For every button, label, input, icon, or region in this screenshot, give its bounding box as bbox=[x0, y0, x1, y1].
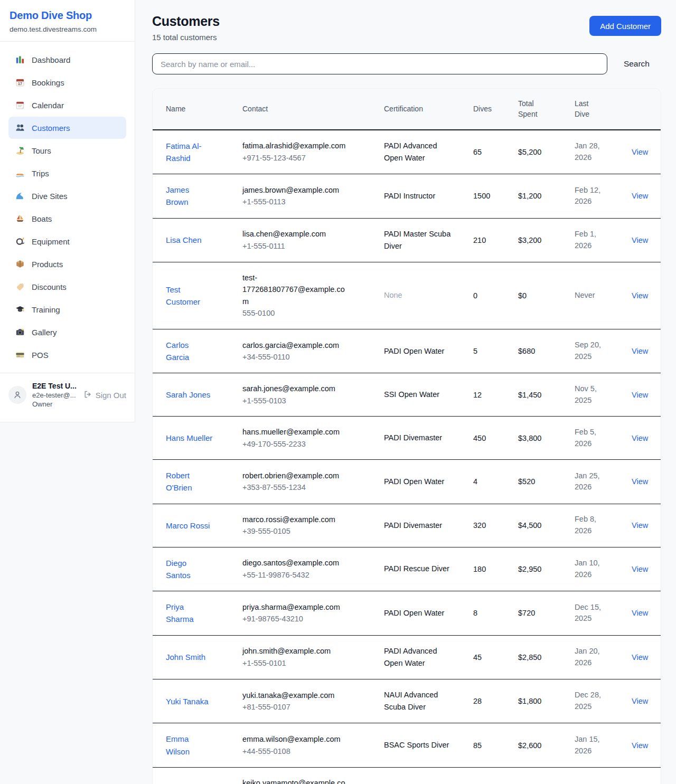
cell-name: Robert O'Brien bbox=[153, 460, 242, 504]
user-role: Owner bbox=[32, 400, 78, 408]
sidebar-item-trips[interactable]: Trips bbox=[8, 162, 126, 184]
add-customer-button[interactable]: Add Customer bbox=[589, 16, 661, 36]
sidebar-item-discounts[interactable]: Discounts bbox=[8, 276, 126, 298]
table-row: Yuki Tanakayuki.tanaka@example.com+81-55… bbox=[153, 679, 661, 723]
customer-name-link[interactable]: Marco Rossi bbox=[166, 521, 210, 530]
customer-email: john.smith@example.com bbox=[242, 645, 349, 657]
customer-name-link[interactable]: Lisa Chen bbox=[166, 235, 202, 244]
customers-table-card: Name Contact Certification Dives Total S… bbox=[152, 88, 661, 784]
view-customer-link[interactable]: View bbox=[632, 609, 648, 617]
table-row: Lisa Chenlisa.chen@example.com+1-555-011… bbox=[153, 218, 661, 262]
sign-out-icon bbox=[83, 390, 92, 400]
view-customer-link[interactable]: View bbox=[632, 391, 648, 399]
sidebar-item-pos[interactable]: POS bbox=[8, 344, 126, 366]
customer-name-link[interactable]: James Brown bbox=[166, 185, 189, 206]
cell-contact: james.brown@example.com+1-555-0113 bbox=[242, 174, 384, 219]
customer-certification: PADI Instructor bbox=[384, 192, 435, 200]
cell-dives: 450 bbox=[473, 417, 518, 460]
customer-name-link[interactable]: Robert O'Brien bbox=[166, 471, 192, 492]
view-customer-link[interactable]: View bbox=[632, 477, 648, 486]
table-row: Fatima Al-Rashidfatima.alrashid@example.… bbox=[153, 130, 661, 174]
customer-name-link[interactable]: Diego Santos bbox=[166, 559, 191, 580]
customer-name-link[interactable]: Test Customer bbox=[166, 285, 200, 306]
customer-email: test-1772681807767@example.com bbox=[242, 272, 349, 307]
view-customer-link[interactable]: View bbox=[632, 521, 648, 530]
customers-table-body: Fatima Al-Rashidfatima.alrashid@example.… bbox=[153, 130, 661, 784]
camera-icon bbox=[15, 327, 25, 337]
customer-email: emma.wilson@example.com bbox=[242, 733, 349, 745]
customer-name-link[interactable]: Emma Wilson bbox=[166, 734, 190, 755]
search-input[interactable] bbox=[152, 53, 607, 74]
view-customer-link[interactable]: View bbox=[632, 565, 648, 573]
cell-contact: yuki.tanaka@example.com+81-555-0107 bbox=[242, 679, 384, 723]
sidebar-item-dive-sites[interactable]: Dive Sites bbox=[8, 185, 126, 207]
cell-name: Hans Mueller bbox=[153, 417, 242, 460]
view-customer-link[interactable]: View bbox=[632, 434, 648, 442]
sidebar-item-calendar[interactable]: Calendar bbox=[8, 94, 126, 116]
customer-phone: +81-555-0107 bbox=[242, 701, 349, 713]
cell-contact: lisa.chen@example.com+1-555-0111 bbox=[242, 218, 384, 262]
sidebar-item-customers[interactable]: Customers bbox=[8, 117, 126, 139]
user-name: E2E Test U... bbox=[32, 382, 78, 390]
view-customer-link[interactable]: View bbox=[632, 291, 648, 300]
sidebar-item-tours[interactable]: Tours bbox=[8, 139, 126, 162]
table-row: Sarah Jonessarah.jones@example.com+1-555… bbox=[153, 373, 661, 417]
customer-email: marco.rossi@example.com bbox=[242, 514, 349, 525]
cell-name: James Brown bbox=[153, 174, 242, 219]
view-customer-link[interactable]: View bbox=[632, 347, 648, 355]
sidebar-item-gallery[interactable]: Gallery bbox=[8, 321, 126, 343]
cell-actions: View bbox=[632, 218, 661, 262]
view-customer-link[interactable]: View bbox=[632, 192, 648, 200]
search-button[interactable]: Search bbox=[624, 59, 650, 69]
customer-name-link[interactable]: Priya Sharma bbox=[166, 602, 194, 624]
view-customer-link[interactable]: View bbox=[632, 741, 648, 750]
sidebar-item-equipment[interactable]: Equipment bbox=[8, 230, 126, 252]
sidebar-item-label: Customers bbox=[32, 124, 70, 133]
cell-name: Sarah Jones bbox=[153, 373, 242, 417]
customer-name-link[interactable]: Sarah Jones bbox=[166, 390, 210, 399]
sidebar-item-training[interactable]: Training bbox=[8, 298, 126, 320]
customer-name-link[interactable]: Hans Mueller bbox=[166, 433, 212, 442]
cell-certification: PADI Advanced Open Water bbox=[384, 635, 473, 679]
cell-total-spent: $1,200 bbox=[518, 174, 575, 219]
cell-actions: View bbox=[632, 591, 661, 636]
sidebar-item-products[interactable]: Products bbox=[8, 253, 126, 275]
cell-total-spent: $2,100 bbox=[518, 767, 575, 784]
tag-icon bbox=[15, 282, 25, 291]
view-customer-link[interactable]: View bbox=[632, 697, 648, 705]
view-customer-link[interactable]: View bbox=[632, 148, 648, 156]
column-header-total-spent: Total Spent bbox=[518, 89, 575, 130]
sidebar-item-bookings[interactable]: 17Bookings bbox=[8, 71, 126, 93]
customer-email: james.brown@example.com bbox=[242, 184, 349, 196]
customer-phone: +971-55-123-4567 bbox=[242, 152, 349, 164]
sign-out-button[interactable]: Sign Out bbox=[83, 390, 126, 400]
sidebar-item-label: Boats bbox=[32, 214, 52, 223]
table-row: Test Customertest-1772681807767@example.… bbox=[153, 262, 661, 329]
brand-domain: demo.test.divestreams.com bbox=[10, 25, 125, 33]
sidebar-item-label: Products bbox=[32, 260, 63, 269]
sidebar-item-label: Tours bbox=[32, 146, 51, 155]
cell-actions: View bbox=[632, 723, 661, 768]
view-customer-link[interactable]: View bbox=[632, 236, 648, 244]
customer-name-link[interactable]: Carlos Garcia bbox=[166, 341, 189, 362]
customer-certification: BSAC Sports Diver bbox=[384, 741, 449, 749]
cell-contact: diego.santos@example.com+55-11-99876-543… bbox=[242, 547, 384, 591]
view-customer-link[interactable]: View bbox=[632, 653, 648, 662]
cell-certification: PADI Advanced Open Water bbox=[384, 130, 473, 174]
customer-name-link[interactable]: John Smith bbox=[166, 653, 205, 662]
user-email: e2e-tester@... bbox=[32, 391, 78, 399]
sidebar-item-dashboard[interactable]: Dashboard bbox=[8, 49, 126, 71]
cell-actions: View bbox=[632, 679, 661, 723]
sidebar-item-label: Dive Sites bbox=[32, 192, 68, 201]
customer-email: keiko.yamamoto@example.com bbox=[242, 777, 349, 784]
customer-name-link[interactable]: Fatima Al-Rashid bbox=[166, 141, 202, 163]
cell-dives: 65 bbox=[473, 130, 518, 174]
cell-dives: 210 bbox=[473, 218, 518, 262]
customer-certification: PADI Divemaster bbox=[384, 433, 442, 442]
cell-dives: 320 bbox=[473, 504, 518, 547]
cell-total-spent: $0 bbox=[518, 262, 575, 329]
sidebar-item-boats[interactable]: Boats bbox=[8, 207, 126, 230]
customer-name-link[interactable]: Yuki Tanaka bbox=[166, 697, 209, 706]
brand: Demo Dive Shop demo.test.divestreams.com bbox=[0, 0, 135, 41]
customer-phone: +1-555-0113 bbox=[242, 196, 349, 207]
